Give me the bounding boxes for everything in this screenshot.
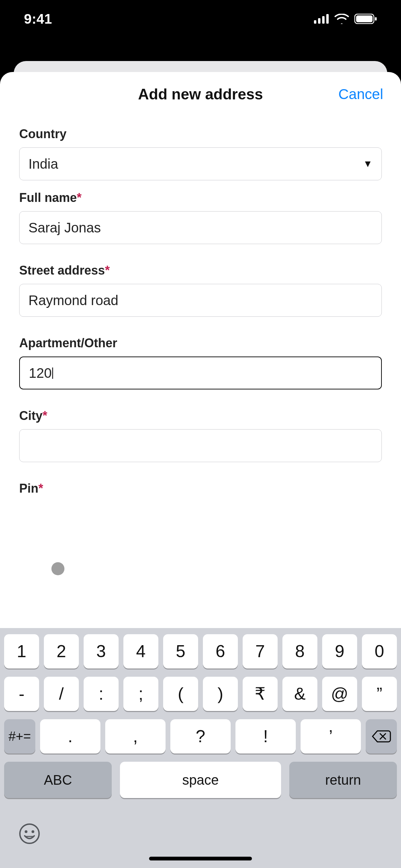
city-input[interactable] [19, 429, 382, 462]
required-marker: * [38, 481, 43, 495]
svg-point-7 [20, 824, 39, 843]
key-symbols[interactable]: #+= [4, 719, 35, 754]
sheet-header: Add new address Cancel [0, 72, 401, 117]
svg-rect-6 [375, 17, 377, 21]
svg-rect-3 [326, 14, 329, 24]
key-6[interactable]: 6 [203, 634, 238, 668]
key-8[interactable]: 8 [282, 634, 317, 668]
country-select[interactable]: India ▼ [19, 147, 382, 180]
wifi-icon [335, 14, 349, 24]
key-2[interactable]: 2 [44, 634, 79, 668]
text-caret [52, 367, 53, 379]
fullname-label-text: Full name [19, 191, 77, 205]
city-label: City* [19, 409, 382, 423]
key-?[interactable]: ? [170, 719, 231, 754]
cancel-button[interactable]: Cancel [338, 72, 383, 117]
fullname-input[interactable] [19, 211, 382, 244]
country-label: Country [19, 127, 382, 141]
sheet-title: Add new address [138, 86, 263, 103]
key-.[interactable]: . [40, 719, 100, 754]
street-field: Street address* [19, 263, 382, 317]
key-5[interactable]: 5 [163, 634, 198, 668]
cellular-icon [314, 14, 329, 24]
apartment-input[interactable]: 120 [19, 357, 382, 389]
apartment-value: 120 [29, 365, 52, 381]
key-abc[interactable]: ABC [4, 762, 112, 798]
key--[interactable]: - [4, 677, 39, 711]
home-indicator[interactable] [149, 857, 252, 860]
svg-rect-0 [314, 20, 316, 24]
key-return[interactable]: return [289, 762, 397, 798]
fullname-field: Full name* [19, 191, 382, 244]
key-/[interactable]: / [44, 677, 79, 711]
address-form: Country India ▼ Full name* Street addres… [0, 127, 401, 496]
backspace-icon [372, 730, 391, 743]
key-![interactable]: ! [235, 719, 296, 754]
key-backspace[interactable] [366, 719, 397, 754]
status-right [314, 14, 377, 24]
touch-indicator [51, 562, 64, 575]
key-₹[interactable]: ₹ [243, 677, 278, 711]
country-value: India [28, 156, 58, 172]
key-0[interactable]: 0 [362, 634, 397, 668]
key-”[interactable]: ” [362, 677, 397, 711]
required-marker: * [42, 409, 47, 423]
apartment-label: Apartment/Other [19, 336, 382, 350]
keyboard: 1234567890 -/:;()₹&@” #+= .,?!’ ABC spac… [0, 628, 401, 868]
key-’[interactable]: ’ [301, 719, 361, 754]
status-time: 9:41 [24, 11, 52, 27]
fullname-label: Full name* [19, 191, 382, 205]
emoji-icon[interactable] [19, 823, 40, 845]
country-field: Country India ▼ [19, 127, 382, 180]
status-bar: 9:41 [0, 0, 401, 38]
street-input[interactable] [19, 284, 382, 317]
key-4[interactable]: 4 [123, 634, 158, 668]
battery-icon [354, 14, 377, 24]
svg-rect-1 [318, 18, 320, 24]
street-label-text: Street address [19, 263, 105, 277]
chevron-down-icon: ▼ [363, 158, 373, 169]
city-label-text: City [19, 409, 42, 423]
key-([interactable]: ( [163, 677, 198, 711]
key-7[interactable]: 7 [243, 634, 278, 668]
key-1[interactable]: 1 [4, 634, 39, 668]
key-)[interactable]: ) [203, 677, 238, 711]
key-3[interactable]: 3 [84, 634, 119, 668]
key-,[interactable]: , [105, 719, 166, 754]
required-marker: * [105, 263, 110, 277]
key-&[interactable]: & [282, 677, 317, 711]
key-@[interactable]: @ [322, 677, 357, 711]
apartment-field: Apartment/Other 120 [19, 336, 382, 389]
svg-rect-5 [356, 15, 373, 22]
key-:[interactable]: : [84, 677, 119, 711]
pin-field: Pin* [19, 481, 382, 496]
svg-rect-2 [322, 16, 325, 24]
city-field: City* [19, 409, 382, 462]
svg-point-8 [25, 830, 27, 833]
key-9[interactable]: 9 [322, 634, 357, 668]
svg-point-9 [32, 830, 34, 833]
pin-label: Pin* [19, 481, 382, 496]
key-space[interactable]: space [120, 762, 281, 798]
pin-label-text: Pin [19, 481, 38, 495]
required-marker: * [77, 191, 82, 205]
street-label: Street address* [19, 263, 382, 278]
key-;[interactable]: ; [123, 677, 158, 711]
